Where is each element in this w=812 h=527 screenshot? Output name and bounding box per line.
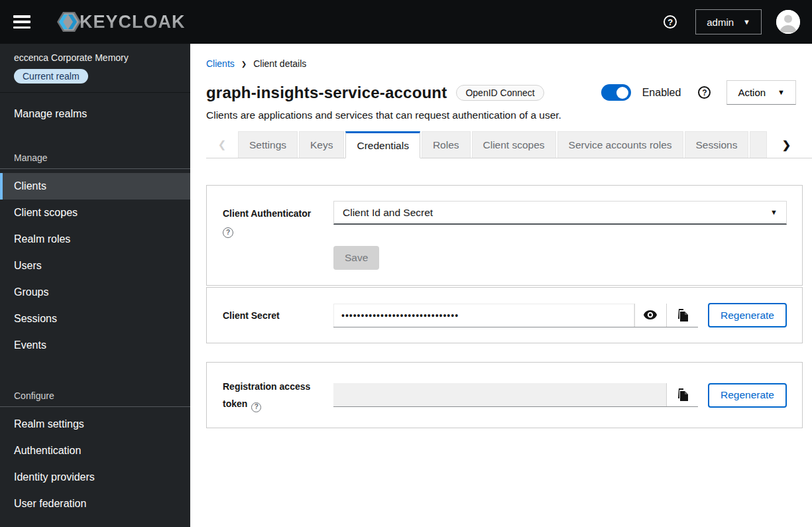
nav-toggle-hamburger-icon[interactable] — [13, 15, 30, 29]
client-authenticator-label: Client Authenticator — [223, 208, 311, 219]
user-menu-label: admin — [707, 17, 734, 28]
nav-section-title: Manage — [0, 150, 190, 168]
tab-bar: ❮ Settings Keys Credentials Roles Client… — [206, 131, 812, 158]
page-subtitle: Clients are applications and services th… — [206, 109, 796, 121]
client-secret-input-group: •••••••••••••••••••••••••••••• — [333, 304, 698, 327]
registration-token-card: Registration access token? — [206, 362, 803, 428]
help-icon[interactable]: ? — [664, 15, 677, 29]
chevron-left-icon: ❮ — [218, 139, 227, 150]
copy-secret-button[interactable] — [666, 304, 698, 327]
masthead: KEYCLOAK ? admin ▼ — [0, 0, 812, 44]
sidebar: eccenca Corporate Memory Current realm M… — [0, 44, 190, 527]
chevron-down-icon: ▼ — [770, 209, 778, 216]
client-authenticator-selected-option: Client Id and Secret — [343, 207, 433, 219]
sidebar-item-manage-realms[interactable]: Manage realms — [0, 101, 190, 127]
action-dropdown[interactable]: Action ▼ — [726, 80, 796, 105]
avatar[interactable] — [776, 10, 800, 34]
sidebar-item-realm-roles[interactable]: Realm roles — [0, 226, 190, 253]
sidebar-item-users[interactable]: Users — [0, 253, 190, 279]
copy-token-button[interactable] — [666, 383, 698, 406]
registration-token-label: Registration access token — [223, 381, 310, 409]
sidebar-item-groups[interactable]: Groups — [0, 279, 190, 306]
client-secret-input[interactable]: •••••••••••••••••••••••••••••• — [333, 304, 634, 327]
tab-client-scopes[interactable]: Client scopes — [472, 131, 556, 158]
sidebar-item-authentication[interactable]: Authentication — [0, 438, 190, 464]
regenerate-token-button[interactable]: Regenerate — [708, 383, 787, 408]
sidebar-item-clients[interactable]: Clients — [0, 173, 190, 200]
tab-settings[interactable]: Settings — [238, 131, 298, 158]
tab-credentials[interactable]: Credentials — [345, 131, 420, 158]
sidebar-item-realm-settings[interactable]: Realm settings — [0, 411, 190, 438]
save-button[interactable]: Save — [333, 246, 379, 270]
client-secret-label: Client Secret — [223, 308, 333, 323]
main-content: Clients ❯ Client details graph-insights-… — [190, 44, 812, 527]
copy-icon — [677, 388, 688, 401]
client-secret-card: Client Secret ••••••••••••••••••••••••••… — [206, 287, 803, 343]
breadcrumb-current: Client details — [253, 58, 306, 69]
user-menu-button[interactable]: admin ▼ — [695, 9, 762, 34]
tabs-scroll-left-button[interactable]: ❮ — [206, 131, 238, 158]
page-title: graph-insights-service-account — [206, 84, 447, 102]
regenerate-secret-button[interactable]: Regenerate — [708, 303, 787, 327]
chevron-right-icon: ❯ — [782, 139, 791, 151]
chevron-down-icon: ▼ — [778, 89, 785, 96]
eye-icon — [644, 310, 657, 320]
tab-keys[interactable]: Keys — [299, 131, 344, 158]
client-authenticator-select[interactable]: Client Id and Secret ▼ — [333, 201, 787, 225]
client-authenticator-label-block: Client Authenticator ? — [223, 201, 333, 270]
tab-sessions[interactable]: Sessions — [685, 131, 749, 158]
chevron-down-icon: ▼ — [743, 19, 750, 26]
copy-icon — [677, 309, 688, 322]
nav-section-title: Configure — [0, 388, 190, 406]
realm-name: eccenca Corporate Memory — [14, 52, 176, 63]
help-icon[interactable]: ? — [251, 402, 261, 412]
show-secret-button[interactable] — [634, 304, 666, 327]
tab-roles[interactable]: Roles — [422, 131, 471, 158]
registration-token-label-block: Registration access token? — [223, 378, 333, 412]
sidebar-item-sessions[interactable]: Sessions — [0, 306, 190, 332]
help-icon[interactable]: ? — [698, 86, 711, 99]
breadcrumb-clients-link[interactable]: Clients — [206, 58, 235, 69]
keycloak-logo[interactable]: KEYCLOAK — [50, 9, 186, 35]
nav-section-configure: Configure Realm settings Authentication … — [0, 388, 190, 517]
chevron-right-icon: ❯ — [241, 60, 247, 68]
breadcrumb: Clients ❯ Client details — [206, 58, 796, 69]
current-realm-badge: Current realm — [14, 69, 88, 84]
enabled-label: Enabled — [642, 87, 681, 99]
registration-token-input — [333, 383, 666, 406]
tabs-scroll-right-button[interactable]: ❯ — [767, 131, 805, 158]
client-authenticator-card: Client Authenticator ? Client Id and Sec… — [206, 185, 803, 286]
registration-token-input-group — [333, 383, 698, 407]
help-icon[interactable]: ? — [223, 227, 233, 238]
tab-clipped[interactable] — [750, 131, 767, 158]
sidebar-item-events[interactable]: Events — [0, 332, 190, 359]
sidebar-item-user-federation[interactable]: User federation — [0, 491, 190, 517]
realm-selector[interactable]: eccenca Corporate Memory Current realm — [0, 44, 190, 93]
tab-service-accounts-roles[interactable]: Service accounts roles — [557, 131, 683, 158]
nav-section-manage: Manage Clients Client scopes Realm roles… — [0, 150, 190, 359]
enabled-toggle[interactable] — [601, 84, 631, 101]
sidebar-item-client-scopes[interactable]: Client scopes — [0, 200, 190, 226]
action-dropdown-label: Action — [738, 87, 766, 98]
sidebar-item-identity-providers[interactable]: Identity providers — [0, 464, 190, 491]
protocol-badge: OpenID Connect — [456, 85, 544, 101]
brand-wordmark: KEYCLOAK — [80, 12, 186, 32]
